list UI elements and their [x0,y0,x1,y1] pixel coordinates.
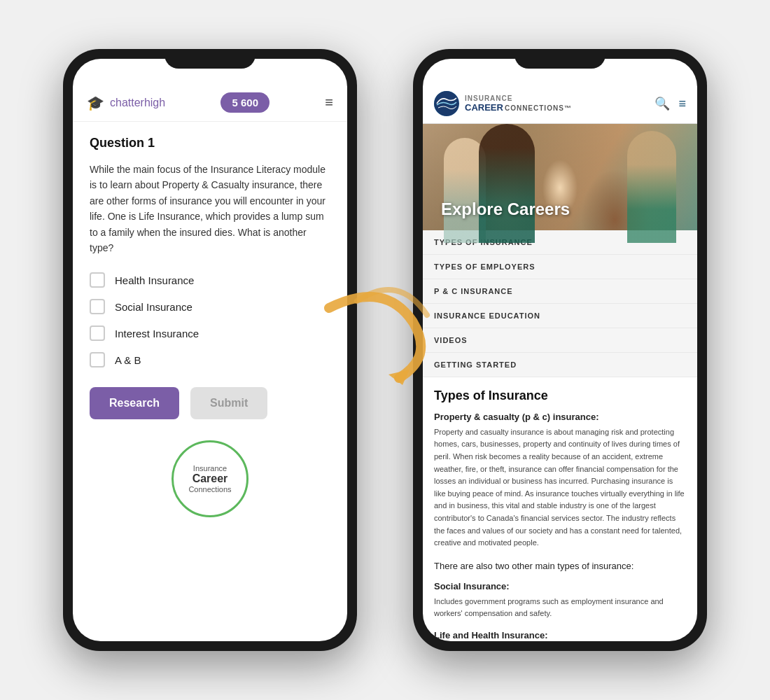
cc-insurance-label: INSURANCE [465,94,512,102]
article-content: Types of Insurance Property & casualty (… [423,377,697,641]
left-notch [164,49,255,69]
article-body-1: Property and casualty insurance is about… [434,426,686,550]
checkbox-3[interactable] [90,326,105,341]
icc-line3: Connections [188,485,231,493]
svg-marker-0 [388,370,410,385]
article-title: Types of Insurance [434,388,686,403]
icc-line2: Career [192,472,228,485]
option-1[interactable]: Health Insurance [90,272,330,288]
icc-logo-circle: Insurance Career Connections [172,440,248,517]
article-social-body: Includes government programs such as emp… [434,596,686,620]
cc-header-icons: 🔍 ≡ [654,96,686,111]
nav-menu: TYPES OF INSURANCE TYPES OF EMPLOYERS P … [423,230,697,377]
option-2-label: Social Insurance [115,301,192,313]
option-3-label: Interest Insurance [115,328,199,340]
chatterhigh-brand: chatterhigh [110,97,165,109]
option-4[interactable]: A & B [90,352,330,368]
option-1-label: Health Insurance [115,274,194,286]
option-4-label: A & B [115,354,141,366]
icc-logo-bottom: Insurance Career Connections [90,440,330,517]
answer-options: Health Insurance Social Insurance Intere… [90,272,330,368]
question-label: Question 1 [90,136,330,150]
right-phone: INSURANCE CAREER CONNECTIONS™ 🔍 ≡ [413,49,707,651]
career-connections-header: INSURANCE CAREER CONNECTIONS™ 🔍 ≡ [423,84,697,124]
nav-videos[interactable]: VIDEOS [423,328,697,353]
score-badge: 5 600 [220,92,270,113]
option-2[interactable]: Social Insurance [90,299,330,314]
article-life-label: Life and Health Insurance: [434,630,686,640]
article-social-label: Social Insurance: [434,581,686,592]
cc-career-label: CAREER [465,102,503,113]
checkbox-4[interactable] [90,352,105,368]
article-section2-title: There are also two other main types of i… [434,559,686,574]
research-button[interactable]: Research [90,387,179,419]
checkbox-2[interactable] [90,299,105,314]
action-buttons: Research Submit [90,387,330,419]
cc-logo-icon [434,91,459,116]
hero-title: Explore Careers [434,200,686,219]
option-3[interactable]: Interest Insurance [90,326,330,341]
menu-icon[interactable]: ≡ [325,94,333,111]
graduation-cap-icon: 🎓 [87,94,104,111]
icc-line1: Insurance [193,464,227,472]
search-icon[interactable]: 🔍 [654,96,670,111]
submit-button[interactable]: Submit [190,387,267,419]
article-subtitle-1: Property & casualty (p & c) insurance: [434,412,686,422]
cc-connections-label: CONNECTIONS™ [505,104,572,112]
hero-banner: Explore Careers [423,124,697,230]
checkbox-1[interactable] [90,272,105,288]
chatterhigh-header: 🎓 chatterhigh 5 600 ≡ [73,84,347,122]
nav-types-employers[interactable]: TYPES OF EMPLOYERS [423,255,697,279]
left-phone: 🎓 chatterhigh 5 600 ≡ Question 1 While t… [63,49,357,651]
nav-insurance-education[interactable]: INSURANCE EDUCATION [423,304,697,328]
cc-logo-area: INSURANCE CAREER CONNECTIONS™ [434,91,572,116]
cc-brand-text: INSURANCE CAREER CONNECTIONS™ [465,94,572,113]
nav-pc-insurance[interactable]: P & C INSURANCE [423,279,697,304]
right-notch [514,49,606,69]
nav-getting-started[interactable]: GETTING STARTED [423,353,697,377]
chatterhigh-logo: 🎓 chatterhigh [87,94,165,111]
chatterhigh-body: Question 1 While the main focus of the I… [73,122,347,531]
hamburger-icon[interactable]: ≡ [678,97,686,111]
question-text: While the main focus of the Insurance Li… [90,162,330,255]
